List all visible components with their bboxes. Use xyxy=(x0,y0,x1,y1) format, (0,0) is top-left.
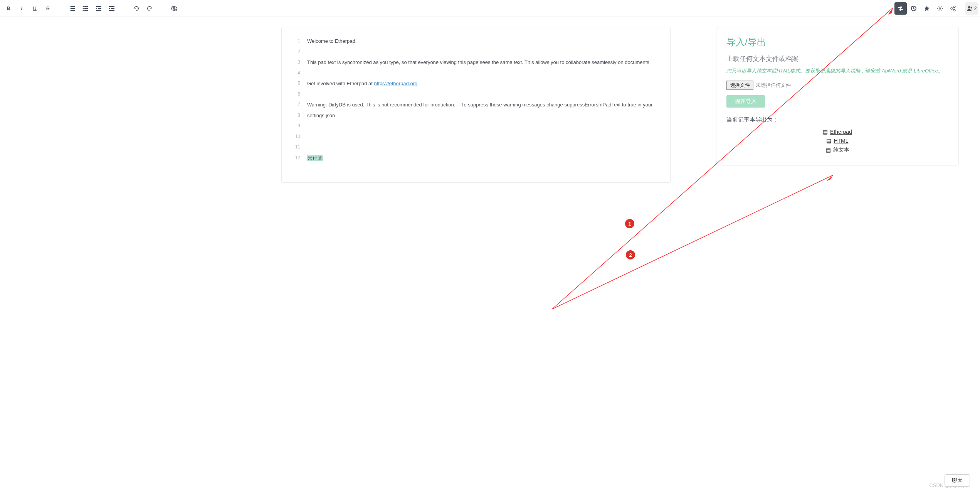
svg-rect-2 xyxy=(70,8,71,9)
svg-rect-5 xyxy=(71,10,75,11)
export-list: ▤Etherpad ▤HTML ▤纯文本 xyxy=(726,129,948,153)
svg-line-25 xyxy=(952,7,954,8)
line-number: 1 xyxy=(282,36,300,47)
svg-point-6 xyxy=(83,6,84,7)
export-etherpad[interactable]: ▤Etherpad xyxy=(823,129,852,135)
text-line: Get involved with Etherpad at https://et… xyxy=(307,78,661,89)
underline-button[interactable]: U xyxy=(29,2,41,15)
line-number: 6 xyxy=(282,89,300,100)
svg-point-23 xyxy=(951,8,952,9)
svg-rect-14 xyxy=(96,10,101,11)
unordered-list-button[interactable] xyxy=(79,2,92,15)
svg-rect-0 xyxy=(70,6,71,7)
export-html[interactable]: ▤HTML xyxy=(826,138,848,144)
etherpad-link[interactable]: https://etherpad.org xyxy=(374,81,417,86)
redo-button[interactable] xyxy=(143,2,156,15)
svg-rect-1 xyxy=(71,6,75,7)
indent-button[interactable] xyxy=(106,2,118,15)
annotation-badge-2: 2 xyxy=(626,250,635,259)
line-number: 10 xyxy=(282,131,300,142)
undo-button[interactable] xyxy=(130,2,143,15)
line-number: 4 xyxy=(282,68,300,79)
toolbar: B I U S 2 xyxy=(0,0,980,17)
export-title: 当前记事本导出为： xyxy=(726,116,948,123)
text-line: Welcome to Etherpad! xyxy=(307,36,661,47)
share-button[interactable] xyxy=(947,2,959,15)
install-link[interactable]: 安裝 AbiWord 或是 LibreOffice xyxy=(870,68,938,74)
toolbar-left: B I U S xyxy=(2,2,180,15)
export-plain[interactable]: ▤纯文本 xyxy=(826,147,849,153)
toolbar-right: 2 xyxy=(894,2,978,15)
text-line: 云计算 xyxy=(307,153,661,163)
strike-button[interactable]: S xyxy=(42,2,54,15)
settings-button[interactable] xyxy=(934,2,946,15)
svg-point-22 xyxy=(954,6,955,7)
highlighted-text: 云计算 xyxy=(307,155,323,161)
outdent-button[interactable] xyxy=(92,2,105,15)
line-number: 9 xyxy=(282,121,300,131)
svg-rect-3 xyxy=(71,8,75,9)
svg-point-27 xyxy=(968,6,970,8)
import-export-panel: 导入/导出 上载任何文本文件或档案 您只可以导入纯文本或HTML格式。要获取更高… xyxy=(716,27,959,165)
import-now-button[interactable]: 现在导入 xyxy=(726,95,765,108)
file-icon: ▤ xyxy=(823,129,828,135)
line-number: 8 xyxy=(282,110,300,121)
svg-line-31 xyxy=(552,175,833,309)
line-number: 12 xyxy=(282,153,300,163)
text-file-icon: ▤ xyxy=(826,147,831,153)
import-note: 您只可以导入纯文本或HTML格式。要获取更高级的导入功能，请安裝 AbiWord… xyxy=(726,67,948,75)
ordered-list-button[interactable] xyxy=(66,2,79,15)
annotation-badge-1: 1 xyxy=(625,219,634,228)
users-button[interactable]: 2 xyxy=(965,2,978,15)
italic-button[interactable]: I xyxy=(15,2,28,15)
svg-marker-32 xyxy=(826,175,833,181)
svg-rect-4 xyxy=(70,10,71,11)
panel-title: 导入/导出 xyxy=(726,36,948,48)
editor-content[interactable]: Welcome to Etherpad! This pad text is sy… xyxy=(304,27,670,182)
text-line: This pad text is synchronized as you typ… xyxy=(307,57,661,68)
users-count: 2 xyxy=(974,6,977,11)
svg-rect-11 xyxy=(84,10,88,11)
svg-rect-17 xyxy=(109,10,114,11)
editor: 1 2 3 4 5 6 7 8 9 10 11 12 Welcome to Et… xyxy=(281,27,671,183)
star-button[interactable] xyxy=(921,2,933,15)
import-export-button[interactable] xyxy=(894,2,907,15)
svg-point-24 xyxy=(954,9,955,11)
line-number: 2 xyxy=(282,47,300,57)
svg-rect-7 xyxy=(84,6,88,7)
svg-rect-13 xyxy=(98,8,101,9)
upload-subtitle: 上载任何文本文件或档案 xyxy=(726,54,948,63)
line-number: 7 xyxy=(282,99,300,110)
code-file-icon: ▤ xyxy=(826,138,831,144)
svg-rect-15 xyxy=(109,6,114,7)
choose-file-button[interactable]: 选择文件 xyxy=(726,81,753,90)
svg-point-21 xyxy=(939,8,941,9)
line-number: 11 xyxy=(282,142,300,153)
file-status: 未选择任何文件 xyxy=(756,82,791,89)
chat-button[interactable]: 聊天 xyxy=(945,474,970,487)
bold-button[interactable]: B xyxy=(2,2,15,15)
timeslider-button[interactable] xyxy=(908,2,920,15)
svg-rect-9 xyxy=(84,8,88,9)
svg-rect-12 xyxy=(96,6,101,7)
svg-point-28 xyxy=(970,7,972,8)
line-number: 3 xyxy=(282,57,300,68)
svg-point-8 xyxy=(83,8,84,9)
line-gutter: 1 2 3 4 5 6 7 8 9 10 11 12 xyxy=(282,27,304,182)
clear-authorship-button[interactable] xyxy=(168,2,180,15)
svg-rect-16 xyxy=(111,8,114,9)
svg-line-26 xyxy=(952,9,954,10)
svg-point-10 xyxy=(83,10,84,11)
line-number: 5 xyxy=(282,78,300,89)
text-line: Warning: DirtyDB is used. This is not re… xyxy=(307,99,661,121)
